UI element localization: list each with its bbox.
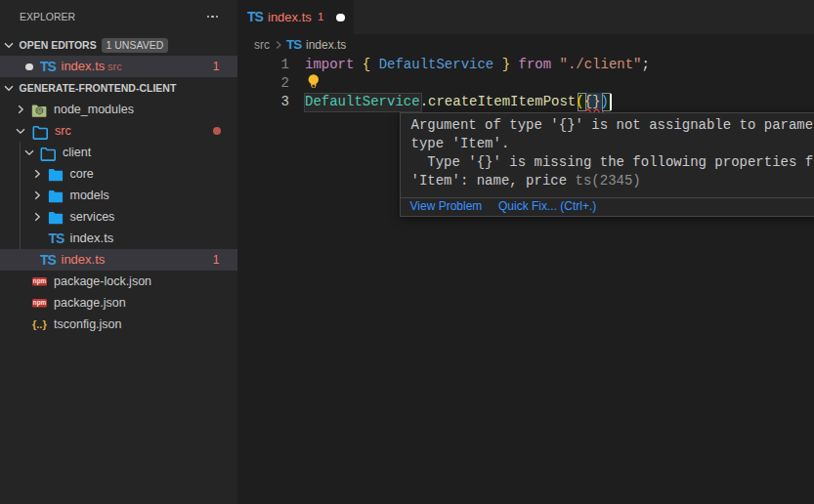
svg-text:npm: npm <box>33 299 47 307</box>
svg-text:npm: npm <box>33 277 47 285</box>
